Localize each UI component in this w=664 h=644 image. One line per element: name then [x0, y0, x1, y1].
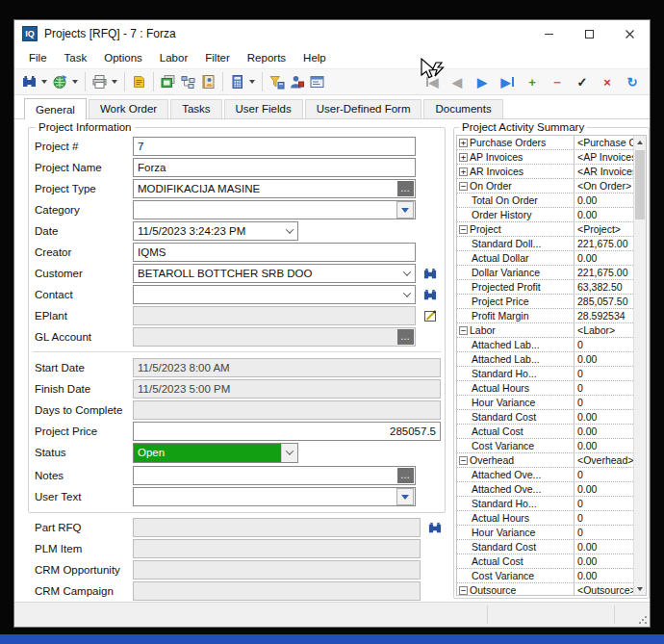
category-dropdown-button[interactable] — [396, 201, 414, 219]
tab-user-defined-form[interactable]: User-Defined Form — [305, 99, 422, 118]
tree-row[interactable]: Attached Ove...0.00 — [457, 482, 633, 497]
tree-row[interactable]: −On Order<On Order> — [457, 179, 633, 193]
tree-row[interactable]: Standard Ho...0 — [457, 497, 633, 511]
post-edit-button[interactable]: ✓ — [570, 75, 595, 90]
expand-icon[interactable]: + — [459, 167, 468, 176]
close-button[interactable] — [609, 20, 650, 47]
collapse-icon[interactable]: − — [459, 182, 468, 191]
tree-row[interactable]: +AR Invoices<AR Invoices> — [457, 165, 633, 179]
tab-user-fields[interactable]: User Fields — [224, 99, 303, 118]
tree-row[interactable]: Hour Variance0 — [457, 396, 633, 410]
collapse-icon[interactable]: − — [459, 586, 468, 595]
next-record-button[interactable]: ▶ — [470, 75, 495, 90]
customer-search-binoculars-icon[interactable] — [422, 267, 438, 281]
chevron-down-icon[interactable] — [399, 286, 415, 303]
gl-account-ellipsis-button[interactable]: … — [397, 329, 414, 345]
project-name-input[interactable] — [133, 158, 416, 177]
menu-item-task[interactable]: Task — [56, 49, 96, 66]
eplant-edit-icon[interactable] — [423, 309, 438, 323]
tree-row[interactable]: Cost Variance0.00 — [457, 439, 633, 453]
tree-row[interactable]: Profit Margin28.592534 — [457, 309, 633, 323]
tree-row[interactable]: −Project<Project> — [457, 222, 633, 237]
menu-item-filter[interactable]: Filter — [196, 49, 239, 66]
form-view-button[interactable] — [307, 70, 327, 93]
calculator-button[interactable] — [227, 70, 247, 93]
expand-icon[interactable]: + — [459, 139, 468, 147]
tab-tasks[interactable]: Tasks — [170, 99, 221, 118]
chevron-down-icon[interactable] — [282, 222, 297, 240]
user-text-input[interactable] — [133, 487, 416, 506]
user-security-button[interactable] — [287, 70, 307, 93]
chevron-down-icon[interactable] — [281, 444, 297, 462]
resize-grip[interactable] — [638, 615, 648, 625]
project-type-ellipsis-button[interactable]: … — [397, 181, 414, 196]
tree-row[interactable]: Projected Profit63,382.50 — [457, 280, 633, 295]
tree-row[interactable]: Order History0.00 — [457, 208, 633, 222]
tab-documents[interactable]: Documents — [423, 99, 502, 118]
tree-row[interactable]: Cost Variance0.00 — [457, 569, 633, 583]
minimize-button[interactable] — [528, 20, 569, 47]
insert-record-button[interactable]: + — [520, 75, 545, 90]
tree-row[interactable]: Hour Variance0 — [457, 526, 633, 540]
part-rfq-search-binoculars-icon[interactable] — [427, 521, 443, 535]
print-dropdown-icon[interactable] — [112, 80, 117, 84]
tree-row[interactable]: −Outsource<Outsource> — [457, 583, 633, 596]
cancel-edit-button[interactable]: × — [595, 75, 620, 90]
tree-row[interactable]: −Labor<Labor> — [457, 323, 633, 338]
tree-row[interactable]: +AP Invoices<AP Invoices> — [457, 150, 633, 165]
menu-item-labor[interactable]: Labor — [151, 49, 196, 66]
notes-button[interactable] — [129, 70, 149, 93]
customer-combo[interactable]: BETAROLL BOTTCHER SRB DOO — [133, 264, 416, 283]
title-bar[interactable]: IQ Projects [RFQ] - 7 : Forza — [14, 20, 650, 47]
category-input[interactable] — [133, 200, 416, 219]
date-combo[interactable]: 11/5/2023 3:24:23 PM — [133, 221, 298, 241]
user-text-dropdown-button[interactable] — [396, 488, 414, 505]
find-dropdown-icon[interactable] — [41, 80, 47, 84]
scroll-up-arrow-icon[interactable] — [634, 136, 646, 148]
menu-item-file[interactable]: File — [20, 49, 56, 66]
status-combo[interactable]: Open — [133, 443, 298, 463]
project-type-input[interactable] — [133, 179, 416, 198]
web-refresh-button[interactable] — [50, 70, 70, 93]
collapse-icon[interactable]: − — [459, 326, 468, 335]
tree-row[interactable]: Standard Cost0.00 — [457, 540, 633, 554]
filter-calculator-button[interactable] — [267, 70, 287, 93]
tree-row[interactable]: Dollar Variance221,675.00 — [457, 266, 633, 280]
refresh-record-button[interactable]: ↻ — [620, 75, 645, 90]
chevron-down-icon[interactable] — [399, 265, 415, 282]
collapse-icon[interactable]: − — [459, 225, 468, 234]
tree-row[interactable]: +Purchase Orders<Purchase Ord — [457, 136, 633, 150]
maximize-button[interactable] — [569, 20, 609, 47]
expand-icon[interactable]: + — [459, 153, 468, 162]
contact-search-binoculars-icon[interactable] — [422, 288, 438, 302]
tree-row[interactable]: Actual Cost0.00 — [457, 425, 633, 439]
workflow-button[interactable] — [178, 70, 198, 93]
calculator-dropdown-icon[interactable] — [249, 80, 255, 84]
tree-row[interactable]: Actual Cost0.00 — [457, 554, 633, 569]
tree-row[interactable]: Total On Order0.00 — [457, 193, 633, 208]
notes-ellipsis-button[interactable]: … — [397, 468, 414, 483]
tree-row[interactable]: Standard Ho...0 — [457, 367, 633, 381]
prior-record-button[interactable]: ◀ — [445, 75, 470, 90]
snapshot-button[interactable] — [158, 70, 178, 93]
menu-item-reports[interactable]: Reports — [239, 49, 294, 66]
tree-row[interactable]: Attached Lab...0.00 — [457, 352, 633, 367]
creator-input[interactable] — [133, 243, 416, 262]
collapse-icon[interactable]: − — [459, 456, 468, 465]
tree-row[interactable]: Actual Hours0 — [457, 381, 633, 396]
tab-general[interactable]: General — [24, 98, 87, 119]
scroll-down-arrow-icon[interactable] — [634, 582, 646, 595]
grid-scrollbar[interactable] — [633, 136, 646, 595]
find-button[interactable] — [19, 70, 39, 93]
tree-row[interactable]: Actual Dollar0.00 — [457, 251, 633, 266]
tab-work-order[interactable]: Work Order — [89, 99, 168, 118]
tree-row[interactable]: Project Price285,057.50 — [457, 295, 633, 309]
tree-row[interactable]: Actual Hours0 — [457, 511, 633, 526]
contacts-button[interactable] — [198, 70, 218, 93]
tree-row[interactable]: Standard Doll...221,675.00 — [457, 237, 633, 251]
tree-row[interactable]: Attached Ove...0 — [457, 468, 633, 482]
notes-input[interactable] — [133, 466, 416, 485]
delete-record-button[interactable]: − — [545, 75, 570, 90]
menu-item-options[interactable]: Options — [95, 49, 151, 66]
menu-item-help[interactable]: Help — [294, 49, 335, 66]
